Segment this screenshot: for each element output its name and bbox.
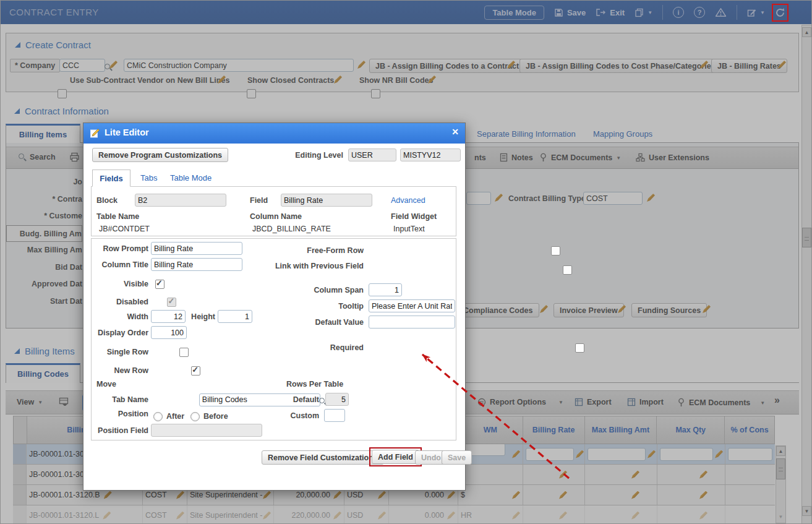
edit-pencil-icon[interactable] xyxy=(333,491,341,499)
edit-pencil-icon[interactable] xyxy=(176,512,184,520)
column-header-billing-rate[interactable]: Billing Rate xyxy=(523,416,585,444)
edit-pencil-icon[interactable] xyxy=(378,512,386,520)
import-button[interactable]: Import xyxy=(627,398,664,406)
edit-pencil-icon[interactable] xyxy=(540,305,548,313)
save-button[interactable]: Save xyxy=(554,8,586,17)
width-input[interactable] xyxy=(151,310,186,323)
edit-pencil-icon[interactable] xyxy=(559,471,567,479)
page-scrollbar[interactable]: ▲ ▼ xyxy=(801,25,812,524)
view-menu-button[interactable]: View ▼ xyxy=(17,398,43,406)
table-row[interactable]: JB-00001.01-3120.L COST Site Superintend… xyxy=(13,505,775,524)
edit-pencil-icon[interactable] xyxy=(334,75,342,84)
row-prompt-input[interactable] xyxy=(151,242,242,255)
link-with-previous-field-checkbox[interactable] xyxy=(563,265,572,275)
visible-checkbox[interactable] xyxy=(155,280,165,289)
exit-button[interactable]: Exit xyxy=(596,8,625,17)
refresh-button[interactable] xyxy=(775,7,785,18)
tab-separate-billing-information[interactable]: Separate Billing Information xyxy=(477,129,576,139)
tab-fields[interactable]: Fields xyxy=(92,170,130,187)
column-header-pct-of-cons[interactable]: % of Cons xyxy=(725,416,774,444)
jb-assign-billing-codes-cost-phase-button[interactable]: JB - Assign Billing Codes to Cost Phase/… xyxy=(519,59,722,73)
edit-pencil-icon[interactable] xyxy=(576,450,584,458)
export-button[interactable]: Export xyxy=(575,398,612,406)
edit-pencil-icon[interactable] xyxy=(263,491,271,499)
edit-pencil-icon[interactable] xyxy=(447,512,455,520)
edit-pencil-icon[interactable] xyxy=(512,450,520,458)
display-order-input[interactable] xyxy=(151,326,187,339)
compliance-codes-button[interactable]: Compliance Codes xyxy=(457,303,539,317)
billing-rate-input[interactable] xyxy=(526,448,574,461)
default-value-input[interactable] xyxy=(369,316,455,329)
edit-pencil-icon[interactable] xyxy=(699,471,707,479)
tab-table-mode[interactable]: Table Mode xyxy=(170,173,212,183)
edit-pencil-icon[interactable] xyxy=(495,194,503,202)
new-row-checkbox[interactable] xyxy=(191,366,200,376)
ecm-documents-button[interactable]: ECM Documents ▼ xyxy=(539,153,621,163)
position-after-radio[interactable] xyxy=(153,412,163,421)
print-icon[interactable] xyxy=(69,152,80,162)
edit-pencil-icon[interactable] xyxy=(333,512,341,520)
help-icon[interactable]: ? xyxy=(694,7,705,18)
edit-pencil-icon[interactable] xyxy=(631,471,639,479)
contract-information-section-header[interactable]: Contract Information xyxy=(14,106,109,116)
edit-pencil-icon[interactable] xyxy=(103,512,111,520)
attachments-label-partial[interactable]: nts xyxy=(474,153,486,162)
column-header-max-qty[interactable]: Max Qty xyxy=(657,416,725,444)
edit-pencil-icon[interactable] xyxy=(559,491,567,499)
edit-pencil-icon[interactable] xyxy=(512,491,520,499)
warning-icon[interactable] xyxy=(715,7,727,17)
user-extensions-button[interactable]: User Extensions xyxy=(636,153,709,162)
edit-pencil-icon[interactable] xyxy=(263,512,271,520)
company-name-input[interactable] xyxy=(124,59,354,72)
report-options-button[interactable]: Report Options ▼ xyxy=(477,398,563,406)
edit-pencil-icon[interactable] xyxy=(647,450,656,458)
column-title-input[interactable] xyxy=(151,258,242,271)
search-button[interactable]: Search xyxy=(19,153,56,161)
billing-items-section-header[interactable]: Billing Items xyxy=(14,346,75,356)
filter-icon[interactable] xyxy=(59,397,69,407)
edit-pencil-icon[interactable] xyxy=(699,491,707,499)
ecm-documents-button[interactable]: ECM Documents ▼ xyxy=(677,398,765,408)
obscured-field-input[interactable] xyxy=(466,192,491,205)
remove-field-customizations-button[interactable]: Remove Field Customizations xyxy=(262,450,384,465)
invoice-preview-button[interactable]: Invoice Preview xyxy=(553,303,624,317)
create-contract-section-header[interactable]: Create Contract xyxy=(15,40,91,50)
more-tools-button[interactable]: » xyxy=(774,395,780,406)
show-nr-bill-codes-checkbox[interactable] xyxy=(371,89,380,98)
edit-pencil-icon[interactable] xyxy=(176,491,184,499)
column-header-wm[interactable]: WM xyxy=(458,416,523,444)
advanced-link[interactable]: Advanced xyxy=(391,196,425,205)
tab-billing-codes[interactable]: Billing Codes xyxy=(6,363,80,383)
scroll-down-button[interactable]: ▼ xyxy=(802,506,811,516)
tooltip-input[interactable] xyxy=(369,299,455,312)
close-icon[interactable]: ✕ xyxy=(451,127,459,137)
print-menu-button[interactable]: ▼ xyxy=(635,8,652,17)
use-subcontract-vendor-checkbox[interactable] xyxy=(58,89,67,98)
show-closed-contracts-checkbox[interactable] xyxy=(247,89,256,98)
remove-program-customizations-button[interactable]: Remove Program Customizations xyxy=(92,148,228,162)
edit-pencil-icon[interactable] xyxy=(631,512,639,520)
company-code-input[interactable] xyxy=(59,59,105,72)
edit-menu-button[interactable]: ▼ xyxy=(747,8,765,17)
jb-billing-rates-button[interactable]: JB - Billing Rates xyxy=(711,59,787,73)
scrollbar-handle[interactable] xyxy=(802,228,811,247)
custom-rows-input[interactable] xyxy=(324,409,345,422)
max-qty-input[interactable] xyxy=(660,448,713,461)
edit-pencil-icon[interactable] xyxy=(559,512,567,520)
add-field-button[interactable]: Add Field xyxy=(372,450,419,464)
edit-pencil-icon[interactable] xyxy=(104,491,112,499)
funding-sources-button[interactable]: Funding Sources xyxy=(631,303,707,317)
edit-pencil-icon[interactable] xyxy=(512,512,520,520)
single-row-checkbox[interactable] xyxy=(179,348,189,357)
scroll-down-button[interactable]: ▼ xyxy=(776,512,785,522)
scrollbar-handle[interactable] xyxy=(776,458,785,479)
table-mode-button[interactable]: Table Mode xyxy=(484,6,544,20)
lite-editor-titlebar[interactable]: Lite Editor ✕ xyxy=(83,123,465,144)
column-header-max-billing-amt[interactable]: Max Billing Amt xyxy=(585,416,657,444)
free-form-row-checkbox[interactable] xyxy=(551,246,560,256)
edit-pencil-icon[interactable] xyxy=(447,491,455,499)
info-icon[interactable]: i xyxy=(673,7,684,18)
pct-of-cons-input[interactable] xyxy=(728,448,772,461)
required-checkbox[interactable] xyxy=(575,343,584,353)
edit-pencil-icon[interactable] xyxy=(699,512,707,520)
